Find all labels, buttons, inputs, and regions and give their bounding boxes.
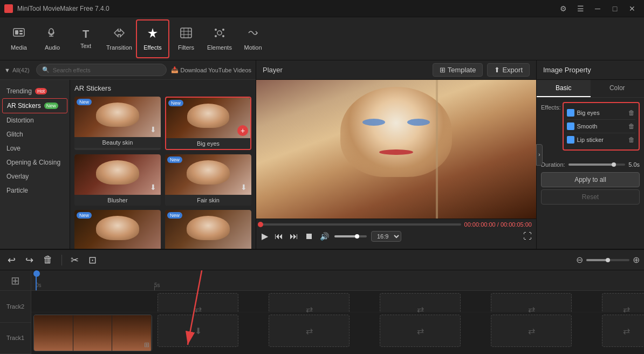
collapse-panel-button[interactable]: › <box>536 144 543 166</box>
progress-track[interactable] <box>261 223 461 226</box>
download-link[interactable]: 📥 Download YouTube Videos <box>171 66 252 73</box>
volume-button[interactable]: 🔊 <box>319 231 330 242</box>
duration-row: Duration: 5.0s <box>541 159 640 170</box>
timeline-body: ⊞ Track2 Track1 0s 5s <box>0 270 644 354</box>
motion-icon <box>246 27 259 42</box>
track1-label-text: Track1 <box>6 335 24 341</box>
more1-thumb: New <box>74 210 161 249</box>
track1-row: ⊞ ⬇ ⇄ ⇄ ⇄ ⇄ <box>31 312 644 354</box>
stop-button[interactable]: ⏹ <box>304 230 314 242</box>
elements-icon <box>213 27 226 42</box>
sidebar-item-trending[interactable]: Trending Hot <box>0 84 70 98</box>
prev-frame-button[interactable]: ⏮ <box>273 230 284 242</box>
delete-smooth-button[interactable]: 🗑 <box>628 122 635 131</box>
dl-icon-fairskin[interactable]: ⬇ <box>238 182 249 193</box>
toolbar-media[interactable]: Media <box>2 19 36 58</box>
new-badge-bigeyes: New <box>168 100 183 106</box>
toolbar-motion[interactable]: Motion <box>236 19 270 58</box>
effect-row-smooth: Smooth 🗑 <box>567 120 635 133</box>
controls-row: ▶ ⏮ ⏭ ⏹ 🔊 16:9 9:16 4:3 1:1 ⛶ <box>261 230 532 242</box>
toolbar-elements[interactable]: Elements <box>203 19 236 58</box>
close-button[interactable]: ✕ <box>625 3 640 14</box>
trending-badge: Hot <box>35 88 47 94</box>
dl-icon-beauty[interactable]: ⬇ <box>148 124 159 135</box>
delete-big-eyes-button[interactable]: 🗑 <box>628 108 635 117</box>
track2-label-text: Track2 <box>6 303 24 310</box>
sidebar-item-particle[interactable]: Particle <box>0 183 70 198</box>
zoom-thumb <box>606 258 610 262</box>
add-icon-bigeyes[interactable]: + <box>237 125 248 136</box>
sidebar-item-overlay[interactable]: Overlay <box>0 169 70 183</box>
sidebar-item-glitch[interactable]: Glitch <box>0 127 70 141</box>
effect-blusher[interactable]: ⬇ Blusher <box>74 154 161 206</box>
sidebar-item-distortion[interactable]: Distortion <box>0 113 70 127</box>
sidebar-item-love[interactable]: Love <box>0 141 70 155</box>
delete-lip-sticker-button[interactable]: 🗑 <box>628 135 635 144</box>
ar-stickers-label: AR Stickers <box>7 102 41 110</box>
toolbar-transition[interactable]: Transition <box>102 19 136 58</box>
zoom-out-icon[interactable]: ⊖ <box>576 255 583 265</box>
effect-beauty-skin[interactable]: New ⬇ Beauty skin <box>74 97 161 150</box>
zoom-slider[interactable] <box>586 259 629 261</box>
app-title: MiniTool MovieMaker Free 7.4.0 <box>17 5 556 12</box>
track1-slot2-icon: ⇄ <box>306 326 313 336</box>
effect-more1[interactable]: New <box>74 210 161 249</box>
volume-fill <box>334 235 357 237</box>
track1-label: Track1 <box>0 323 31 355</box>
search-box[interactable]: 🔍 Search effects <box>36 64 167 76</box>
next-frame-button[interactable]: ⏭ <box>289 230 299 242</box>
tab-color[interactable]: Color <box>591 80 645 97</box>
toolbar-filters[interactable]: Filters <box>169 19 203 58</box>
text-label: Text <box>80 43 91 49</box>
svg-point-17 <box>222 35 224 37</box>
blusher-label: Blusher <box>74 195 161 206</box>
menu-icon[interactable]: ☰ <box>573 3 588 14</box>
toolbar-audio[interactable]: Audio <box>36 19 69 58</box>
toolbar-effects[interactable]: Effects <box>136 19 169 58</box>
effect-more2[interactable]: New <box>165 210 251 249</box>
dl-icon-blusher[interactable]: ⬇ <box>148 182 159 193</box>
effects-grid: New ⬇ Beauty skin New + Big eyes <box>74 97 251 249</box>
maximize-button[interactable]: □ <box>607 3 622 14</box>
apply-all-button[interactable]: Apply to all <box>541 172 640 187</box>
sidebar-item-ar-stickers[interactable]: AR Stickers New <box>2 98 67 113</box>
delete-clip-button[interactable]: 🗑 <box>40 252 56 268</box>
export-button[interactable]: ⬆ Export <box>487 63 530 77</box>
app-icon <box>4 4 13 13</box>
duration-slider[interactable] <box>568 164 626 166</box>
image-property-header: Image Property <box>537 60 644 80</box>
undo-button[interactable]: ↩ <box>4 252 19 268</box>
volume-slider[interactable] <box>334 235 367 237</box>
title-controls: ⚙ ☰ ─ □ ✕ <box>556 3 640 14</box>
reset-button[interactable]: Reset <box>541 189 640 205</box>
settings-icon[interactable]: ⚙ <box>556 3 571 14</box>
glitch-label: Glitch <box>6 131 23 138</box>
main-video-clip[interactable]: ⊞ <box>33 315 152 351</box>
minimize-button[interactable]: ─ <box>590 3 605 14</box>
triangle-icon: ▼ <box>4 67 10 73</box>
effect-big-eyes[interactable]: New + Big eyes <box>165 97 251 150</box>
track1-slot3-icon: ⇄ <box>417 326 424 336</box>
transition-label: Transition <box>106 44 132 51</box>
effect-fair-skin[interactable]: New ⬇ Fair skin <box>165 154 251 206</box>
crop-button[interactable]: ⊡ <box>85 252 100 268</box>
cut-button[interactable]: ✂ <box>67 252 82 268</box>
toolbar-text[interactable]: T Text <box>69 19 102 58</box>
svg-marker-7 <box>148 28 157 38</box>
tab-basic[interactable]: Basic <box>537 80 591 97</box>
track2-label: Track2 <box>0 291 31 323</box>
template-button[interactable]: ⊞ Template <box>433 63 483 77</box>
fullscreen-button[interactable]: ⛶ <box>523 232 532 241</box>
new-badge-beauty: New <box>77 99 92 105</box>
video-container <box>256 80 536 219</box>
aspect-ratio-select[interactable]: 16:9 9:16 4:3 1:1 <box>371 231 401 242</box>
effects-label: Effects <box>143 44 161 51</box>
player-header: Player ⊞ Template ⬆ Export <box>256 60 536 80</box>
redo-button[interactable]: ↪ <box>22 252 37 268</box>
template-icon: ⊞ <box>440 66 446 74</box>
play-button[interactable]: ▶ <box>261 230 269 242</box>
categories-sidebar: Trending Hot AR Stickers New Distortion … <box>0 80 70 249</box>
svg-point-15 <box>222 29 224 31</box>
sidebar-item-opening[interactable]: Opening & Closing <box>0 155 70 169</box>
zoom-in-icon[interactable]: ⊕ <box>633 255 640 265</box>
